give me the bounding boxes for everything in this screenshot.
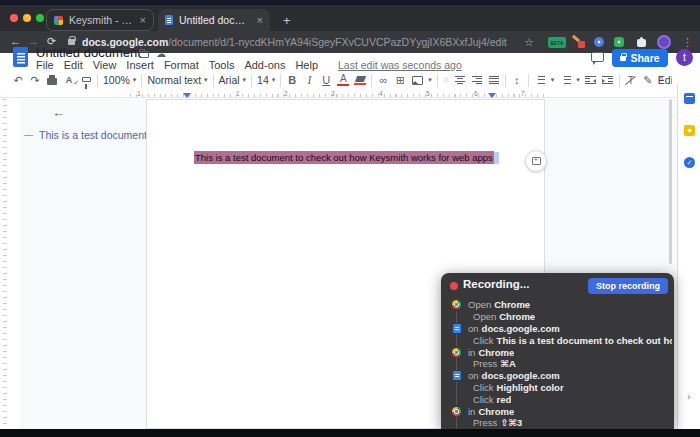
align-center-icon[interactable] [455, 76, 465, 85]
stop-recording-button[interactable]: Stop recording [588, 278, 668, 294]
recording-step[interactable]: OpenChrome [450, 311, 672, 323]
beta-extension-icon[interactable]: BETA [548, 37, 566, 48]
green-extension-icon[interactable] [614, 37, 624, 47]
chrome-profile-avatar[interactable] [657, 35, 671, 49]
chevron-down-icon[interactable]: ▾ [551, 76, 555, 84]
menu-addons[interactable]: Add-ons [244, 59, 285, 71]
horizontal-ruler[interactable]: 1 1 2 3 4 5 6 7 [0, 89, 677, 98]
recording-step[interactable]: ClickHighlight color [450, 382, 672, 394]
recording-step[interactable]: ondocs.google.com [450, 323, 672, 335]
tab-close-icon[interactable]: × [257, 14, 263, 26]
new-tab-button[interactable]: + [283, 13, 291, 28]
decrease-indent-icon[interactable] [585, 76, 596, 85]
document-scrollbar[interactable] [669, 99, 672, 264]
recording-step[interactable]: inChrome [450, 346, 672, 358]
undo-icon[interactable]: ↶ [12, 74, 24, 87]
highlighter-icon [355, 76, 366, 82]
star-document-icon[interactable]: ☆ [122, 48, 131, 59]
left-indent-marker[interactable] [183, 93, 191, 98]
vertical-ruler[interactable] [0, 99, 20, 429]
spellcheck-icon[interactable]: A [63, 75, 75, 85]
menu-format[interactable]: Format [164, 59, 199, 71]
add-comment-button[interactable] [525, 150, 547, 172]
blue-extension-icon[interactable] [594, 37, 604, 47]
chevron-down-icon: ▾ [133, 76, 137, 84]
move-folder-icon[interactable] [139, 51, 149, 58]
align-left-button[interactable] [443, 77, 449, 83]
insert-image-icon[interactable] [412, 76, 423, 85]
chrome-menu-icon[interactable]: ⋮ [682, 36, 693, 49]
recording-step[interactable]: inChrome [450, 405, 672, 417]
recording-step[interactable]: ClickThis is a test document to check ou… [450, 334, 672, 346]
chevron-down-icon[interactable]: ▾ [576, 76, 580, 84]
insert-link-icon[interactable]: ∞ [377, 74, 389, 86]
paragraph-style-select[interactable]: Normal text▾ [147, 74, 207, 86]
right-indent-marker[interactable] [488, 93, 496, 98]
url-path: /document/d/1-nycdKHmYA94iSgeyFXvCUVCPaz… [168, 36, 506, 48]
menu-tools[interactable]: Tools [209, 59, 235, 71]
recording-steps-list: OpenChrome OpenChrome ondocs.google.com … [450, 299, 672, 429]
recording-step[interactable]: Press⇧⌘3 [450, 417, 672, 429]
tab-keysmith-webstore[interactable]: Keysmith - Chrome Web Store × [46, 9, 154, 31]
highlight-color-button[interactable] [354, 75, 366, 85]
tasks-icon[interactable]: ✓ [684, 157, 695, 168]
toolbar-divider [619, 74, 620, 87]
tab-untitled-document[interactable]: Untitled document - Google D × [158, 9, 270, 31]
chevron-down-icon[interactable]: ▾ [428, 76, 432, 84]
recording-step[interactable]: Clickred [450, 393, 672, 405]
keysmith-extension-icon[interactable] [572, 37, 585, 48]
google-docs-favicon [165, 15, 173, 25]
underline-button[interactable]: U [320, 74, 332, 86]
font-size-select[interactable]: 14▾ [257, 74, 275, 86]
menu-file[interactable]: File [36, 59, 54, 71]
numbered-list-icon[interactable] [534, 76, 545, 85]
comment-history-icon[interactable] [591, 52, 604, 62]
desktop-edge-bottom [0, 429, 700, 437]
increase-indent-icon[interactable] [602, 76, 613, 85]
menu-insert[interactable]: Insert [126, 59, 154, 71]
keep-icon[interactable] [684, 125, 695, 136]
bookmark-star-icon[interactable]: ☆ [524, 36, 534, 49]
ruler-number: 6 [474, 90, 478, 97]
clear-formatting-icon[interactable]: T [625, 75, 637, 86]
bulleted-list-icon[interactable] [560, 76, 571, 85]
menu-view[interactable]: View [93, 59, 117, 71]
url-field[interactable]: docs.google.com/document/d/1-nycdKHmYA94… [82, 36, 512, 48]
print-icon[interactable] [47, 78, 57, 85]
document-text-line[interactable]: This is a test document to check out how… [194, 152, 499, 164]
share-button[interactable]: Share [612, 49, 668, 67]
close-window-button[interactable] [10, 14, 18, 22]
close-outline-icon[interactable]: ← [52, 105, 65, 120]
text-color-button[interactable]: A [337, 74, 349, 86]
insert-comment-icon[interactable]: ⊞ [394, 74, 406, 87]
line-spacing-icon[interactable]: ↕ [511, 74, 523, 86]
last-edit-link[interactable]: Last edit was seconds ago [338, 59, 462, 71]
italic-button[interactable]: I [303, 74, 315, 86]
align-right-icon[interactable] [472, 76, 482, 85]
tab-close-icon[interactable]: × [140, 14, 146, 26]
highlighted-selected-text[interactable]: This is a test document to check out how… [194, 151, 494, 164]
redo-icon[interactable]: ↷ [29, 74, 41, 87]
panel-chevron-icon[interactable]: › [687, 390, 691, 402]
calendar-icon[interactable] [684, 93, 695, 104]
minimize-window-button[interactable] [23, 14, 31, 22]
paint-format-icon[interactable] [82, 77, 91, 82]
menu-edit[interactable]: Edit [64, 59, 83, 71]
menu-help[interactable]: Help [295, 59, 318, 71]
align-justify-icon[interactable] [489, 76, 499, 85]
font-select[interactable]: Arial▾ [219, 74, 247, 86]
zoom-select[interactable]: 100%▾ [103, 74, 136, 86]
maximize-window-button[interactable] [36, 14, 44, 22]
screen: Keysmith - Chrome Web Store × Untitled d… [0, 0, 700, 437]
editing-mode-select[interactable]: ✎ Editing▾ [642, 74, 672, 87]
recording-step[interactable]: OpenChrome [450, 299, 672, 311]
bold-button[interactable]: B [286, 74, 298, 86]
recording-step[interactable]: Press⌘A [450, 358, 672, 370]
recording-step[interactable]: ondocs.google.com [450, 370, 672, 382]
account-avatar[interactable]: t [676, 49, 693, 66]
back-icon[interactable]: ← [10, 35, 21, 47]
toolbar-divider [528, 74, 529, 87]
hide-menus-icon[interactable]: ^ [659, 75, 663, 85]
extensions-puzzle-icon[interactable] [637, 39, 646, 47]
google-docs-logo[interactable] [13, 47, 28, 67]
